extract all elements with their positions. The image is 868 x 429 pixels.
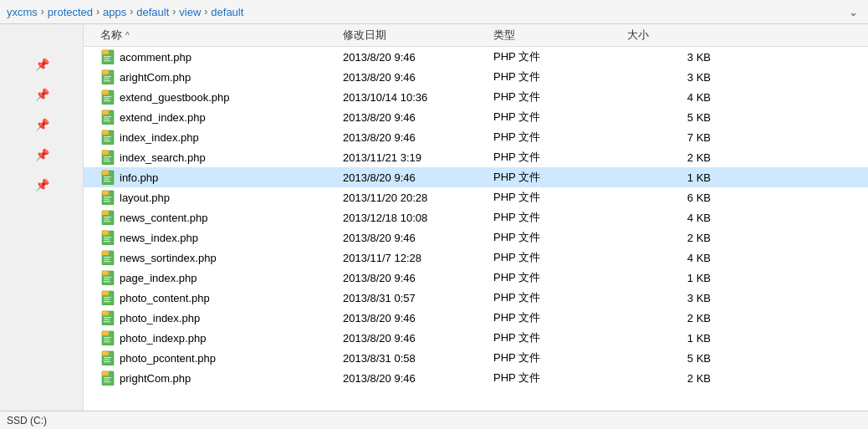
file-name-label: photo_pcontent.php (120, 352, 216, 365)
table-row[interactable]: layout.php 2013/11/20 20:28 PHP 文件 6 KB (84, 187, 868, 207)
file-type-cell: PHP 文件 (493, 290, 627, 305)
file-type-cell: PHP 文件 (493, 210, 627, 225)
table-row[interactable]: info.php 2013/8/20 9:46 PHP 文件 1 KB (84, 167, 868, 187)
svg-marker-26 (102, 151, 109, 155)
col-header-name[interactable]: 名称 ^ (84, 28, 343, 43)
file-type-cell: PHP 文件 (493, 250, 627, 265)
svg-rect-38 (104, 199, 110, 200)
file-size-cell: 3 KB (627, 71, 728, 84)
svg-rect-8 (104, 79, 110, 79)
php-file-icon (100, 130, 115, 145)
file-name-cell: acomment.php (84, 49, 343, 64)
file-type-cell: PHP 文件 (493, 49, 627, 64)
svg-rect-4 (104, 60, 110, 61)
file-date-cell: 2013/11/7 12:28 (343, 252, 493, 264)
svg-rect-37 (104, 197, 111, 197)
file-name-label: index_search.php (120, 151, 206, 164)
table-row[interactable]: photo_pcontent.php 2013/8/31 0:58 PHP 文件… (84, 348, 868, 368)
file-type-cell: PHP 文件 (493, 350, 627, 365)
file-date-cell: 2013/8/31 0:57 (343, 292, 493, 304)
table-row[interactable]: photo_index.php 2013/8/20 9:46 PHP 文件 2 … (84, 308, 868, 328)
file-date-cell: 2013/8/20 9:46 (343, 232, 493, 244)
file-name-cell: layout.php (84, 190, 343, 205)
svg-rect-9 (104, 80, 110, 81)
file-date-cell: 2013/11/21 3:19 (343, 151, 493, 164)
svg-marker-71 (102, 331, 109, 335)
col-header-type[interactable]: 类型 (493, 28, 627, 43)
col-header-size[interactable]: 大小 (627, 28, 728, 43)
svg-rect-7 (104, 76, 111, 77)
sidebar-pin-4[interactable]: 📌 (35, 148, 49, 161)
file-type-cell: PHP 文件 (493, 230, 627, 245)
svg-marker-21 (102, 130, 109, 135)
breadcrumb-dropdown-button[interactable]: ⌄ (845, 3, 861, 20)
file-type-cell: PHP 文件 (493, 69, 627, 84)
table-row[interactable]: arightCom.php 2013/8/20 9:46 PHP 文件 3 KB (84, 67, 868, 87)
svg-rect-82 (104, 377, 111, 378)
file-size-cell: 1 KB (627, 171, 728, 184)
file-date-cell: 2013/8/20 9:46 (343, 71, 493, 84)
php-file-icon (100, 89, 115, 105)
table-row[interactable]: extend_index.php 2013/8/20 9:46 PHP 文件 5… (84, 107, 868, 127)
svg-rect-67 (104, 317, 111, 318)
file-size-cell: 2 KB (627, 151, 728, 164)
file-name-label: info.php (120, 171, 158, 184)
table-row[interactable]: news_content.php 2013/12/18 10:08 PHP 文件… (84, 207, 868, 227)
svg-marker-61 (102, 291, 109, 295)
file-name-label: news_content.php (120, 212, 208, 224)
file-name-label: index_index.php (120, 131, 199, 144)
svg-rect-47 (104, 237, 111, 237)
col-header-date[interactable]: 修改日期 (343, 28, 493, 43)
file-size-cell: 2 KB (627, 232, 728, 244)
svg-rect-39 (104, 201, 110, 202)
file-name-cell: page_index.php (84, 270, 343, 285)
breadcrumb-protected[interactable]: protected (48, 6, 93, 18)
svg-rect-74 (104, 341, 110, 342)
file-size-cell: 3 KB (627, 292, 728, 304)
sidebar-pin-1[interactable]: 📌 (35, 58, 49, 71)
svg-marker-81 (102, 371, 109, 375)
svg-rect-49 (104, 241, 110, 242)
file-name-label: news_sortindex.php (120, 252, 217, 264)
svg-rect-79 (104, 361, 110, 362)
table-row[interactable]: extend_guestbook.php 2013/10/14 10:36 PH… (84, 87, 868, 107)
svg-rect-48 (104, 239, 110, 240)
table-row[interactable]: index_search.php 2013/11/21 3:19 PHP 文件 … (84, 147, 868, 167)
table-row[interactable]: photo_content.php 2013/8/31 0:57 PHP 文件 … (84, 288, 868, 308)
file-date-cell: 2013/8/20 9:46 (343, 332, 493, 345)
php-file-icon (100, 310, 115, 325)
col-size-label: 大小 (627, 28, 649, 41)
table-row[interactable]: acomment.php 2013/8/20 9:46 PHP 文件 3 KB (84, 47, 868, 67)
table-row[interactable]: index_index.php 2013/8/20 9:46 PHP 文件 7 … (84, 127, 868, 147)
breadcrumb-apps[interactable]: apps (103, 6, 126, 18)
table-row[interactable]: news_index.php 2013/8/20 9:46 PHP 文件 2 K… (84, 227, 868, 248)
svg-rect-27 (104, 156, 111, 157)
file-date-cell: 2013/8/20 9:46 (343, 272, 493, 284)
sidebar-pin-3[interactable]: 📌 (35, 118, 49, 131)
sidebar-pin-5[interactable]: 📌 (35, 178, 49, 192)
breadcrumb-default1[interactable]: default (136, 6, 169, 18)
file-name-label: photo_content.php (120, 292, 210, 304)
table-row[interactable]: page_index.php 2013/8/20 9:46 PHP 文件 1 K… (84, 268, 868, 288)
breadcrumb-view[interactable]: view (179, 6, 201, 18)
table-row[interactable]: prightCom.php 2013/8/20 9:46 PHP 文件 2 KB (84, 368, 868, 388)
svg-rect-42 (104, 217, 111, 217)
file-size-cell: 5 KB (627, 352, 728, 365)
file-name-label: arightCom.php (120, 71, 191, 84)
file-size-cell: 7 KB (627, 131, 728, 144)
file-size-cell: 3 KB (627, 51, 728, 64)
breadcrumb-yxcms[interactable]: yxcms (7, 6, 38, 18)
file-name-cell: index_index.php (84, 130, 343, 145)
svg-rect-59 (104, 281, 110, 282)
file-size-cell: 1 KB (627, 272, 728, 284)
file-date-cell: 2013/8/20 9:46 (343, 372, 493, 385)
file-name-label: extend_guestbook.php (120, 91, 230, 104)
file-type-cell: PHP 文件 (493, 150, 627, 165)
svg-rect-53 (104, 259, 110, 260)
table-row[interactable]: news_sortindex.php 2013/11/7 12:28 PHP 文… (84, 248, 868, 268)
sidebar-pin-2[interactable]: 📌 (35, 88, 49, 101)
svg-marker-41 (102, 211, 109, 215)
svg-rect-72 (104, 337, 111, 338)
breadcrumb-default2[interactable]: default (211, 6, 243, 18)
table-row[interactable]: photo_indexp.php 2013/8/20 9:46 PHP 文件 1… (84, 328, 868, 348)
